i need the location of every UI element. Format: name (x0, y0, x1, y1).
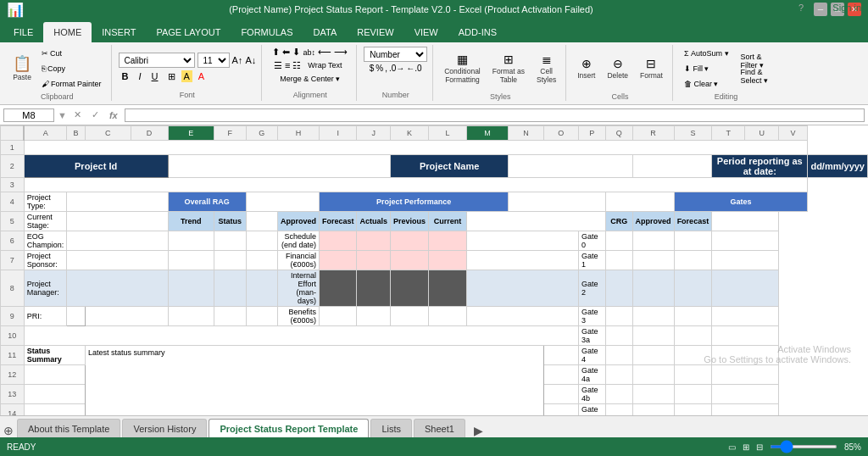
table-row: 2 Project Id Project Name Period reporti… (1, 155, 868, 178)
tab-sheet1[interactable]: Sheet1 (414, 419, 465, 437)
autosum-button[interactable]: Σ AutoSum ▾ (680, 47, 733, 60)
tab-page-layout[interactable]: PAGE LAYOUT (146, 22, 231, 42)
delete-cells-button[interactable]: ⊖ Delete (603, 47, 632, 91)
paste-label: Paste (13, 73, 31, 81)
tab-review[interactable]: REVIEW (347, 22, 403, 42)
formula-bar: ▼ ✕ ✓ fx (0, 105, 868, 125)
indent-inc-button[interactable]: ⟶ (334, 47, 348, 58)
italic-button[interactable]: I (135, 70, 144, 83)
align-bottom-button[interactable]: ⬇ (292, 47, 300, 58)
view-normal-icon[interactable]: ▭ (728, 442, 736, 452)
fill-color-button[interactable]: A (181, 70, 192, 82)
orientation-button[interactable]: ab↕ (303, 48, 315, 57)
currency-button[interactable]: $ (370, 64, 375, 73)
alignment-label: Alignment (293, 89, 327, 99)
fx-icon[interactable]: fx (109, 110, 118, 120)
clear-button[interactable]: 🗑 Clear ▾ (680, 77, 733, 91)
percent-button[interactable]: % (376, 64, 383, 73)
status-summary-text[interactable]: Latest status summary (85, 346, 543, 416)
cell-styles-label: CellStyles (537, 67, 556, 84)
sort-filter-button[interactable]: Sort &Filter ▾ (737, 54, 773, 68)
status-header: Status (214, 212, 246, 231)
tab-version-history[interactable]: Version History (122, 419, 207, 437)
decrease-font-button[interactable]: A↓ (245, 55, 256, 65)
project-performance-label: Project Performance (376, 197, 451, 206)
zoom-slider[interactable] (770, 445, 837, 448)
format-as-table-button[interactable]: ⊞ Format asTable (488, 47, 529, 91)
minimize-button[interactable]: ─ (814, 3, 827, 16)
check-icon[interactable]: ✓ (92, 109, 99, 120)
sign-in-link[interactable]: Sign in (832, 3, 861, 13)
align-right-button[interactable]: ☷ (292, 60, 301, 71)
tab-view[interactable]: VIEW (404, 22, 448, 42)
format-painter-button[interactable]: 🖌 Format Painter (37, 77, 106, 91)
tab-data[interactable]: DATA (303, 22, 348, 42)
tab-project-status-report[interactable]: Project Status Report Template (209, 419, 369, 437)
tab-file[interactable]: FILE (3, 22, 43, 42)
tab-about-template[interactable]: About this Template (17, 419, 120, 437)
eog-champion-label: EOG Champion: (24, 231, 67, 251)
wrap-text-button[interactable]: Wrap Text (303, 59, 346, 71)
copy-button[interactable]: ⎘ Copy (37, 62, 106, 75)
tab-lists[interactable]: Lists (370, 419, 412, 437)
clipboard-label: Clipboard (41, 91, 74, 101)
title-bar: 📊 (Project Name) Project Status Report -… (0, 0, 868, 19)
format-cells-button[interactable]: ⊟ Format (636, 47, 667, 91)
editing-group: Σ AutoSum ▾ ⬇ Fill ▾ 🗑 Clear ▾ Sort &Fil… (675, 45, 777, 101)
decimal-inc-button[interactable]: .0→ (389, 64, 404, 73)
increase-font-button[interactable]: A↑ (232, 55, 243, 65)
cell-styles-button[interactable]: ≣ CellStyles (532, 47, 560, 91)
bold-button[interactable]: B (119, 70, 132, 83)
trend-header: Trend (168, 212, 214, 231)
paste-button[interactable]: 📋 Paste (8, 47, 36, 91)
insert-icon: ⊕ (581, 58, 592, 70)
tab-addins[interactable]: ADD-INS (448, 22, 507, 42)
merge-center-button[interactable]: Merge & Center ▾ (275, 73, 344, 85)
sheet-tabs-bar: ⊕ About this Template Version History Pr… (0, 415, 868, 437)
align-left-button[interactable]: ☰ (274, 60, 282, 71)
font-size-select[interactable]: 11 (198, 53, 230, 68)
comma-button[interactable]: , (385, 64, 387, 73)
align-top-button[interactable]: ⬆ (272, 47, 280, 58)
tab-home[interactable]: HOME (43, 22, 92, 42)
tab-formulas[interactable]: FORMULAS (231, 22, 303, 42)
current-stage-label: Current Stage: (24, 212, 67, 231)
insert-cells-button[interactable]: ⊕ Insert (573, 47, 599, 91)
table-row: 8 Project Manager: Internal Effort (man-… (1, 270, 868, 307)
underline-button[interactable]: U (148, 70, 162, 83)
tab-insert[interactable]: INSERT (92, 22, 146, 42)
cross-icon[interactable]: ✕ (74, 109, 81, 120)
cell-reference-input[interactable] (3, 108, 54, 122)
cut-button[interactable]: ✂ Cut (37, 47, 106, 60)
alignment-group: ⬆ ⬅ ⬇ ab↕ ⟵ ⟶ ☰ ≡ ☷ Wrap Text Merge & Ce… (264, 45, 357, 101)
number-label: Number (382, 89, 409, 99)
zoom-level: 85% (844, 442, 861, 452)
help-icon[interactable]: ? (798, 3, 804, 16)
delete-label: Delete (607, 71, 628, 80)
format-table-label: Format asTable (492, 67, 525, 84)
table-row: 7 Project Sponsor: Financial (€000s) Gat… (1, 251, 868, 270)
find-select-button[interactable]: Find &Select ▾ (737, 70, 773, 83)
conditional-formatting-button[interactable]: ▦ ConditionalFormatting (440, 47, 485, 91)
project-sponsor-label: Project Sponsor: (24, 251, 67, 270)
indent-dec-button[interactable]: ⟵ (318, 47, 331, 58)
fill-button[interactable]: ⬇ Fill ▾ (680, 62, 733, 75)
align-center-button[interactable]: ≡ (285, 60, 290, 70)
formula-input[interactable] (125, 108, 865, 122)
font-name-select[interactable]: Calibri (119, 53, 195, 68)
border-button[interactable]: ⊞ (165, 70, 178, 83)
cut-icon: ✂ (42, 49, 48, 58)
cond-format-label: ConditionalFormatting (444, 67, 481, 84)
view-page-layout-icon[interactable]: ⊞ (743, 442, 749, 452)
status-summary-label: Status Summary (24, 346, 85, 365)
clipboard-group: 📋 Paste ✂ Cut ⎘ Copy 🖌 Format Painter Cl… (3, 45, 112, 101)
number-format-select[interactable]: Number (364, 47, 427, 62)
decimal-dec-button[interactable]: ←.0 (406, 64, 421, 73)
view-page-break-icon[interactable]: ⊟ (756, 442, 763, 452)
add-sheet-button[interactable]: ⊕ (3, 424, 14, 437)
formula-bar-divider: ▼ (58, 110, 67, 120)
align-middle-button[interactable]: ⬅ (282, 47, 290, 58)
font-color-button[interactable]: A (196, 70, 207, 82)
date-format-label: dd/mm/yyyy (810, 161, 865, 171)
scroll-tabs-right[interactable]: ▶ (474, 424, 483, 437)
